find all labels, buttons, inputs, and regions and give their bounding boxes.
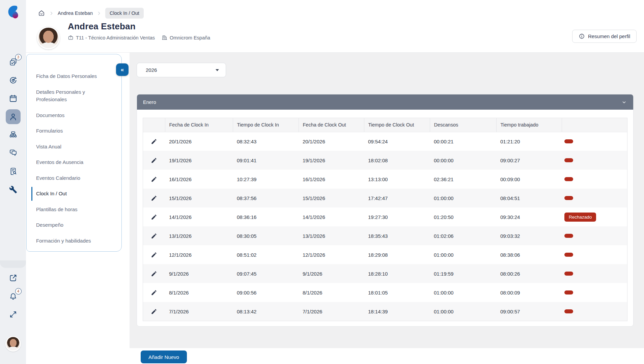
status-badge <box>564 272 573 276</box>
chevron-right-icon <box>49 11 54 16</box>
clock-table-wrap: Fecha de Clock InTiempo de Clock InFecha… <box>143 118 627 321</box>
kenjo-logo-icon[interactable] <box>7 5 20 20</box>
nav-item-label: Documentos <box>36 112 64 118</box>
tiempo-clock-in: 08:51:02 <box>233 245 299 264</box>
edit-entry-button[interactable] <box>149 269 159 279</box>
tasks-badge: 3 <box>15 54 22 60</box>
chevron-down-icon <box>216 69 219 71</box>
notifications-badge: 4 <box>15 288 22 295</box>
status-badge <box>564 177 573 181</box>
briefcase-icon <box>68 35 74 40</box>
tiempo-clock-out: 17:42:47 <box>364 189 430 207</box>
tiempo-clock-in: 08:30:05 <box>233 226 299 245</box>
nav-item-ficha-de-datos-personales[interactable]: Ficha de Datos Personales <box>31 73 113 80</box>
pencil-icon <box>151 176 157 183</box>
year-select[interactable]: 2026 <box>137 63 226 77</box>
column-header <box>143 118 165 132</box>
add-new-button[interactable]: Añadir Nuevo <box>141 351 187 363</box>
tiempo-clock-out: 18:01:05 <box>364 283 430 302</box>
edit-entry-button[interactable] <box>149 288 159 298</box>
breadcrumb-employee[interactable]: Andrea Esteban <box>58 10 93 16</box>
fecha-clock-out: 8/1/2026 <box>299 283 364 302</box>
info-icon <box>579 33 585 39</box>
pencil-icon <box>151 157 157 164</box>
table-row: 9/1/2026 09:07:45 9/1/2026 18:28:10 01:1… <box>143 264 627 283</box>
nav-item-formaci-n-y-habilidades[interactable]: Formación y habilidades <box>31 237 113 245</box>
breadcrumb: Andrea Esteban Clock In / Out <box>38 8 144 19</box>
profile-summary-button[interactable]: Resumen del perfil <box>572 30 637 43</box>
tasks-icon[interactable]: 3 <box>6 55 21 69</box>
nav-item-formularios[interactable]: Formularios <box>31 127 113 135</box>
breadcrumb-current[interactable]: Clock In / Out <box>105 8 144 19</box>
calendar-icon[interactable] <box>6 91 21 106</box>
employee-profile-icon[interactable] <box>6 109 21 124</box>
nav-item-detalles-personales-y-profesionales[interactable]: Detalles Personales y Profesionales <box>31 88 113 104</box>
org-chart-icon[interactable] <box>6 128 21 142</box>
descansos: 01:00:00 <box>430 189 496 207</box>
user-avatar[interactable] <box>5 336 21 352</box>
nav-item-vista-anual[interactable]: Vista Anual <box>31 143 113 151</box>
expand-icon[interactable] <box>6 307 21 322</box>
rail-scroll-divider <box>0 260 26 268</box>
collapse-panel-button[interactable]: « <box>116 63 129 76</box>
edit-entry-button[interactable] <box>149 137 159 146</box>
nav-item-clock-in-out[interactable]: Clock In / Out <box>31 190 113 198</box>
bottom-bar: Añadir Nuevo <box>130 348 644 364</box>
status-badge <box>564 234 573 238</box>
pencil-icon <box>151 308 157 315</box>
edit-entry-button[interactable] <box>149 156 159 165</box>
edit-entry-button[interactable] <box>149 231 159 241</box>
nav-item-eventos-de-ausencia[interactable]: Eventos de Ausencia <box>31 159 113 166</box>
tiempo-clock-in: 09:07:45 <box>233 264 299 283</box>
nav-item-eventos-calendario[interactable]: Eventos Calendario <box>31 174 113 182</box>
descansos: 00:00:00 <box>430 151 496 170</box>
descansos: 01:19:59 <box>430 264 496 283</box>
nav-item-documentos[interactable]: Documentos <box>31 112 113 119</box>
nav-item-label: Formación y habilidades <box>36 238 91 244</box>
tiempo-clock-in: 08:13:42 <box>233 302 299 321</box>
edit-entry-button[interactable] <box>149 212 159 222</box>
edit-entry-button[interactable] <box>149 193 159 203</box>
tiempo-clock-out: 19:27:30 <box>364 207 430 226</box>
tiempo-clock-in: 08:37:56 <box>233 189 299 207</box>
building-icon <box>162 35 167 40</box>
tiempo-trabajado: 09:03:32 <box>496 226 562 245</box>
status-badge <box>564 158 573 162</box>
icon-rail: 3 <box>0 0 26 364</box>
edit-entry-button[interactable] <box>149 250 159 260</box>
tiempo-trabajado: 08:00:26 <box>496 264 562 283</box>
table-body: 20/1/2026 08:32:43 20/1/2026 09:54:24 00… <box>143 132 627 321</box>
status-badge <box>564 196 573 200</box>
descansos: 01:00:00 <box>430 283 496 302</box>
edit-entry-button[interactable] <box>149 307 159 316</box>
tiempo-trabajado: 08:00:09 <box>496 283 562 302</box>
tiempo-clock-in: 10:27:39 <box>233 170 299 189</box>
nav-item-desempe-o[interactable]: Desempeño <box>31 221 113 229</box>
notifications-icon[interactable]: 4 <box>6 289 21 304</box>
edit-entry-button[interactable] <box>149 174 159 184</box>
status-badge: Rechazado <box>564 213 596 222</box>
page-title: Andrea Esteban <box>68 21 210 32</box>
nav-item-label: Eventos Calendario <box>36 175 80 181</box>
tiempo-clock-out: 13:13:00 <box>364 170 430 189</box>
settings-icon[interactable] <box>6 182 21 197</box>
reports-icon[interactable] <box>6 164 21 179</box>
messages-icon[interactable] <box>6 146 21 161</box>
column-header: Tiempo trabajado <box>496 118 562 132</box>
descansos: 00:00:21 <box>430 132 496 151</box>
month-accordion-header[interactable]: Enero <box>137 94 633 110</box>
nav-item-label: Vista Anual <box>36 144 61 149</box>
tiempo-trabajado: 09:00:57 <box>496 302 562 321</box>
tiempo-clock-in: 08:36:16 <box>233 207 299 226</box>
fecha-clock-out: 15/1/2026 <box>299 189 364 207</box>
pencil-icon <box>151 289 157 296</box>
home-icon[interactable] <box>38 9 45 17</box>
page-header: Andrea Esteban Clock In / Out Andrea Est… <box>26 0 644 53</box>
nav-item-plantillas-de-horas[interactable]: Plantillas de horas <box>31 206 113 214</box>
external-link-icon[interactable] <box>6 271 21 285</box>
tiempo-trabajado: 00:09:00 <box>496 170 562 189</box>
table-row: 7/1/2026 08:13:42 7/1/2026 18:14:39 01:0… <box>143 302 627 321</box>
goals-icon[interactable] <box>6 73 21 88</box>
tiempo-clock-out: 18:14:39 <box>364 302 430 321</box>
column-header: Descansos <box>430 118 496 132</box>
